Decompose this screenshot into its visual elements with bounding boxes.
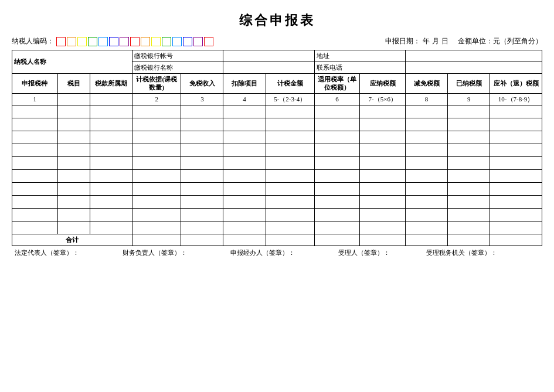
- col-num-12: 10-（7-8-9）: [490, 93, 542, 105]
- table-row: [12, 221, 542, 234]
- col-header-3: 税款所属期: [90, 74, 132, 94]
- code-box-6[interactable]: [109, 37, 118, 46]
- col-header-11: 已纳税额: [448, 74, 490, 94]
- col-num-4: 2: [132, 93, 181, 105]
- main-table: 纳税人名称 缴税银行帐号 地址 缴税银行名称 联系电话 申报税种 税目 税款所属…: [12, 50, 542, 260]
- table-row: [12, 195, 542, 208]
- month-label: 月: [432, 36, 439, 46]
- col-num-7: 5-（2-3-4）: [266, 93, 314, 105]
- col-num-9: 7-（5×6）: [360, 93, 406, 105]
- sig-legal-rep: 法定代表人（签章）：: [12, 248, 120, 257]
- column-header-row: 申报税种 税目 税款所属期 计税依据(课税数量) 免税收入 扣除项目 计税金额 …: [12, 74, 542, 94]
- col-header-9: 应纳税额: [360, 74, 406, 94]
- table-row: [12, 208, 542, 221]
- phone-label: 联系电话: [314, 62, 405, 74]
- table-row: [12, 105, 542, 118]
- code-box-12[interactable]: [172, 37, 182, 46]
- page-title: 综合申报表: [12, 12, 542, 29]
- col-header-10: 减免税额: [406, 74, 448, 94]
- taxpayer-name-label: 纳税人名称: [12, 50, 132, 74]
- table-row: [12, 131, 542, 144]
- signature-row: 法定代表人（签章）： 财务负责人（签章）： 申报经办人（签章）： 受理人（签章）…: [12, 246, 542, 260]
- table-row: [12, 118, 542, 131]
- sig-filer: 申报经办人（签章）：: [228, 248, 336, 257]
- bank-account-value[interactable]: [223, 50, 314, 62]
- code-box-1[interactable]: [56, 37, 66, 46]
- col-header-5: 免税收入: [181, 74, 223, 94]
- total-label: 合计: [12, 234, 132, 246]
- info-row-1: 纳税人名称 缴税银行帐号 地址: [12, 50, 542, 62]
- code-box-9[interactable]: [141, 37, 150, 46]
- col-header-12: 应补（退）税额: [490, 74, 542, 94]
- amount-unit: 金额单位：元（列至角分）: [458, 36, 542, 46]
- sig-financial: 财务负责人（签章）：: [120, 248, 228, 257]
- code-box-14[interactable]: [193, 37, 203, 46]
- header-right: 申报日期： 年 月 日 金额单位：元（列至角分）: [385, 36, 542, 46]
- code-box-2[interactable]: [67, 37, 76, 46]
- col-num-1: 1: [12, 93, 58, 105]
- col-num-10: 8: [406, 93, 448, 105]
- header-row: 纳税人编码： 申报日期： 年 月 日 金额单位：元（列至: [12, 36, 542, 46]
- col-header-4: 计税依据(课税数量): [132, 74, 181, 94]
- col-header-6: 扣除项目: [223, 74, 266, 94]
- table-row: [12, 182, 542, 195]
- col-header-8: 适用税率（单位税额）: [314, 74, 360, 94]
- table-row: [12, 156, 542, 169]
- report-date-label: 申报日期：: [385, 36, 420, 46]
- sig-tax-authority: 受理税务机关（签章）：: [424, 248, 542, 257]
- sig-receiver: 受理人（签章）：: [336, 248, 424, 257]
- total-row: 合计: [12, 234, 542, 246]
- page: 综合申报表 纳税人编码： 申报日期： 年 月 日: [12, 12, 542, 260]
- bank-name-label: 缴税银行名称: [132, 62, 223, 74]
- day-label: 日: [441, 36, 448, 46]
- code-box-4[interactable]: [88, 37, 97, 46]
- table-row: [12, 144, 542, 156]
- col-num-5: 3: [181, 93, 223, 105]
- col-header-7: 计税金额: [266, 74, 314, 94]
- col-num-2: [57, 93, 90, 105]
- phone-value[interactable]: [406, 62, 542, 74]
- code-box-10[interactable]: [151, 37, 161, 46]
- col-num-6: 4: [223, 93, 266, 105]
- code-box-11[interactable]: [162, 37, 171, 46]
- col-header-1: 申报税种: [12, 74, 58, 94]
- code-box-5[interactable]: [98, 37, 108, 46]
- column-number-row: 1 2 3 4 5-（2-3-4） 6 7-（5×6） 8 9 10-（7-8-…: [12, 93, 542, 105]
- col-num-11: 9: [448, 93, 490, 105]
- col-header-2: 税目: [57, 74, 90, 94]
- code-box-8[interactable]: [130, 37, 140, 46]
- taxpayer-code-label: 纳税人编码：: [12, 36, 54, 46]
- report-date: 申报日期： 年 月 日: [385, 36, 448, 46]
- bank-name-value[interactable]: [223, 62, 314, 74]
- col-num-8: 6: [314, 93, 360, 105]
- code-box-7[interactable]: [120, 37, 129, 46]
- table-row: [12, 169, 542, 182]
- year-label: 年: [423, 36, 430, 46]
- code-box-3[interactable]: [77, 37, 87, 46]
- code-boxes: [56, 37, 213, 46]
- bank-account-label: 缴税银行帐号: [132, 50, 223, 62]
- code-box-13[interactable]: [183, 37, 192, 46]
- address-label: 地址: [314, 50, 405, 62]
- code-box-15[interactable]: [204, 37, 213, 46]
- col-num-3: [90, 93, 132, 105]
- address-value[interactable]: [406, 50, 542, 62]
